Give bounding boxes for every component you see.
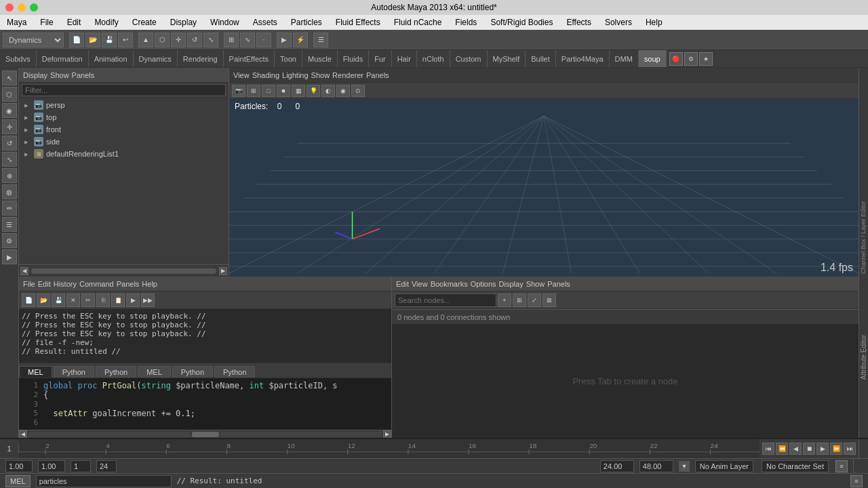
command-input[interactable] bbox=[36, 475, 172, 487]
shelf-tab-fur[interactable]: Fur bbox=[369, 50, 392, 67]
node-menu-panels[interactable]: Panels bbox=[547, 280, 570, 288]
select-btn[interactable]: ▲ bbox=[138, 33, 153, 47]
node-menu-options[interactable]: Options bbox=[471, 280, 496, 288]
script-menu-panels[interactable]: Panels bbox=[117, 280, 140, 288]
menu-solvers[interactable]: Solvers bbox=[598, 15, 639, 30]
go-to-end[interactable]: ⏭ bbox=[844, 443, 856, 455]
menu-assets[interactable]: Assets bbox=[246, 15, 284, 30]
menu-soft-rigid[interactable]: Soft/Rigid Bodies bbox=[484, 15, 559, 30]
show-manip[interactable]: ☰ bbox=[2, 217, 17, 232]
shelf-tab-dmm[interactable]: DMM bbox=[610, 50, 639, 67]
outliner-scroll-left[interactable]: ◀ bbox=[20, 267, 28, 275]
menu-modify[interactable]: Modify bbox=[87, 15, 125, 30]
menu-display[interactable]: Display bbox=[163, 15, 203, 30]
playback-end-input[interactable] bbox=[639, 460, 673, 472]
script-content[interactable]: 1 global proc PrtGoal(string $particleNa… bbox=[19, 378, 391, 430]
snap-curve[interactable]: ∿ bbox=[240, 33, 255, 47]
select-tool[interactable]: ↖ bbox=[2, 70, 17, 85]
vp-isolate-btn[interactable]: ⊙ bbox=[351, 85, 365, 97]
outliner-menu-show[interactable]: Show bbox=[50, 71, 69, 79]
shelf-tab-hair[interactable]: Hair bbox=[392, 50, 417, 67]
move-btn[interactable]: ✛ bbox=[171, 33, 186, 47]
speed-dropdown[interactable]: ▼ bbox=[679, 461, 690, 472]
script-save[interactable]: 💾 bbox=[52, 293, 65, 307]
bottom-menu[interactable]: ≡ bbox=[850, 475, 863, 487]
scroll-right[interactable]: ▶ bbox=[383, 430, 391, 439]
outliner-item-top[interactable]: ▸ 📷 top bbox=[19, 111, 229, 123]
char-set-menu[interactable]: ≡ bbox=[835, 460, 848, 472]
menu-window[interactable]: Window bbox=[203, 15, 246, 30]
lasso-btn[interactable]: ⬡ bbox=[155, 33, 170, 47]
menu-create[interactable]: Create bbox=[125, 15, 163, 30]
shelf-tab-dynamics[interactable]: Dynamics bbox=[134, 50, 178, 67]
script-exec[interactable]: ▶ bbox=[126, 293, 140, 307]
scale-btn[interactable]: ⤡ bbox=[203, 33, 218, 47]
undo-btn[interactable]: ↩ bbox=[118, 33, 133, 47]
shelf-tab-ncloth[interactable]: nCloth bbox=[417, 50, 450, 67]
rotate-tool[interactable]: ↺ bbox=[2, 136, 17, 150]
shelf-tab-muscle[interactable]: Muscle bbox=[302, 50, 338, 67]
move-tool[interactable]: ✛ bbox=[2, 119, 17, 134]
timeline[interactable]: 2 4 6 8 10 12 14 16 18 20 22 bbox=[19, 439, 760, 458]
step-fwd[interactable]: ⏩ bbox=[830, 443, 842, 455]
menu-fluid-ncache[interactable]: Fluid nCache bbox=[387, 15, 449, 30]
script-scrollbar-horizontal[interactable]: ◀ ▶ bbox=[19, 430, 391, 438]
snap-grid[interactable]: ⊞ bbox=[224, 33, 239, 47]
script-exec-all[interactable]: ▶▶ bbox=[141, 293, 155, 307]
frame-start-input[interactable] bbox=[5, 460, 33, 472]
node-menu-bookmarks[interactable]: Bookmarks bbox=[431, 280, 468, 288]
menu-fluid-effects[interactable]: Fluid Effects bbox=[329, 15, 387, 30]
shelf-tab-bullet[interactable]: Bullet bbox=[526, 50, 556, 67]
menu-maya[interactable]: Maya bbox=[0, 15, 33, 30]
mode-selector[interactable]: Dynamics bbox=[3, 33, 64, 47]
node-menu-view[interactable]: View bbox=[412, 280, 428, 288]
outliner-menu-panels[interactable]: Panels bbox=[72, 71, 95, 79]
vp-shadow-btn[interactable]: ◐ bbox=[321, 85, 335, 97]
node-menu-edit[interactable]: Edit bbox=[396, 280, 409, 288]
close-button[interactable] bbox=[5, 3, 14, 12]
timeline-end-input[interactable] bbox=[96, 460, 117, 472]
render-btn[interactable]: ▶ bbox=[277, 33, 292, 47]
render-view[interactable]: ▶ bbox=[2, 249, 17, 264]
node-layout[interactable]: ⊞ bbox=[513, 293, 526, 307]
rotate-btn[interactable]: ↺ bbox=[187, 33, 202, 47]
save-btn[interactable]: 💾 bbox=[102, 33, 117, 47]
universal-manip[interactable]: ⊕ bbox=[2, 168, 17, 183]
outliner-item-rendering-list[interactable]: ▸ ⊞ defaultRenderingList1 bbox=[19, 148, 229, 160]
outliner-scroll-right[interactable]: ▶ bbox=[219, 267, 227, 275]
snap-point[interactable]: · bbox=[256, 33, 271, 47]
scroll-left[interactable]: ◀ bbox=[19, 430, 27, 439]
outliner-item-side[interactable]: ▸ 📷 side bbox=[19, 136, 229, 148]
shelf-icon-1[interactable]: 🔴 bbox=[669, 52, 683, 66]
shelf-icon-3[interactable]: ★ bbox=[699, 52, 713, 66]
lasso-tool[interactable]: ⬡ bbox=[2, 87, 17, 102]
script-new[interactable]: 📄 bbox=[22, 293, 35, 307]
step-back[interactable]: ⏪ bbox=[776, 443, 788, 455]
script-menu-help[interactable]: Help bbox=[142, 280, 157, 288]
script-tab-mel-3[interactable]: MEL bbox=[138, 366, 171, 378]
script-clear[interactable]: ✕ bbox=[66, 293, 80, 307]
vp-smooth-btn[interactable]: ■ bbox=[277, 85, 290, 97]
open-btn[interactable]: 📂 bbox=[85, 33, 100, 47]
shelf-tab-painteffects[interactable]: PaintEffects bbox=[224, 50, 275, 67]
play-fwd[interactable]: ▶ bbox=[816, 443, 829, 455]
paint-select-tool[interactable]: ◉ bbox=[2, 103, 17, 118]
shelf-icon-2[interactable]: ⚙ bbox=[684, 52, 698, 66]
outliner-item-persp[interactable]: ▸ 📷 persp bbox=[19, 99, 229, 111]
viewport-menu-shading[interactable]: Shading bbox=[252, 71, 279, 79]
menu-effects[interactable]: Effects bbox=[559, 15, 597, 30]
viewport-canvas[interactable]: .grid-line{stroke:#5a6a7a;stroke-width:0… bbox=[229, 99, 859, 277]
maximize-button[interactable] bbox=[30, 3, 38, 12]
shelf-tab-animation[interactable]: Animation bbox=[89, 50, 134, 67]
node-menu-display[interactable]: Display bbox=[499, 280, 524, 288]
shelf-tab-rendering[interactable]: Rendering bbox=[178, 50, 224, 67]
sub-frames-input[interactable] bbox=[71, 460, 91, 472]
node-fit[interactable]: ⤢ bbox=[528, 293, 541, 307]
script-tab-mel-0[interactable]: MEL bbox=[19, 366, 52, 378]
shelf-tab-soup[interactable]: soup bbox=[639, 50, 667, 67]
script-menu-history[interactable]: History bbox=[54, 280, 77, 288]
shelf-tab-fluids[interactable]: Fluids bbox=[338, 50, 369, 67]
stop[interactable]: ⏹ bbox=[803, 443, 815, 455]
node-menu-show[interactable]: Show bbox=[526, 280, 545, 288]
script-copy[interactable]: ⎘ bbox=[96, 293, 110, 307]
